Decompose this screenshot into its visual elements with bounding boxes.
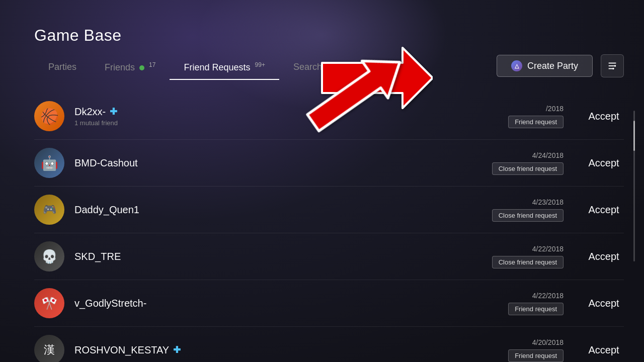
request-type-button[interactable]: Close friend request bbox=[492, 256, 564, 268]
request-type-button[interactable]: Friend request bbox=[508, 116, 564, 128]
avatar: 🎌 bbox=[34, 288, 64, 318]
avatar: 🎮 bbox=[34, 195, 64, 225]
avatar: 🏀 bbox=[34, 101, 64, 131]
username: Daddy_Quen1 bbox=[74, 204, 492, 216]
request-info: 4/22/2018 Close friend request bbox=[492, 245, 564, 268]
request-date: 4/22/2018 bbox=[532, 292, 564, 300]
tab-search[interactable]: Search bbox=[279, 56, 336, 78]
user-info: SKD_TRE bbox=[74, 251, 492, 262]
friend-request-item: 💀 SKD_TRE 4/22/2018 Close friend request… bbox=[34, 233, 624, 280]
avatar: 💀 bbox=[34, 241, 64, 272]
tab-friend-requests[interactable]: Friend Requests 99+ bbox=[170, 55, 279, 79]
user-info: v_GodlyStretch- bbox=[74, 298, 508, 309]
request-info: 4/22/2018 Friend request bbox=[508, 292, 564, 315]
request-info: 4/24/2018 Close friend request bbox=[492, 151, 564, 175]
right-controls: △ Create Party bbox=[497, 54, 624, 77]
friend-request-list: 🏀 Dk2xx- ✚ 1 mutual friend /2018 Friend … bbox=[34, 93, 624, 362]
request-type-button[interactable]: Close friend request bbox=[492, 209, 564, 222]
svg-point-3 bbox=[614, 65, 616, 67]
accept-button[interactable]: Accept bbox=[584, 251, 624, 262]
friend-request-item: 🎌 v_GodlyStretch- 4/22/2018 Friend reque… bbox=[34, 280, 624, 327]
user-info: Dk2xx- ✚ 1 mutual friend bbox=[74, 106, 508, 127]
username: v_GodlyStretch- bbox=[74, 298, 508, 309]
ps-plus-icon: ✚ bbox=[110, 106, 117, 117]
user-info: ROSHVON_KESTAY ✚ bbox=[74, 344, 508, 356]
username: BMD-Cashout bbox=[74, 157, 492, 169]
ps-plus-icon: ✚ bbox=[173, 344, 181, 355]
user-info: BMD-Cashout bbox=[74, 157, 492, 169]
tab-friends[interactable]: Friends 17 bbox=[91, 55, 170, 79]
friend-request-item: 漢 ROSHVON_KESTAY ✚ 4/20/2018 Friend requ… bbox=[34, 327, 624, 362]
avatar: 🤖 bbox=[34, 148, 64, 178]
page-title: Game Base bbox=[34, 26, 121, 45]
avatar: 漢 bbox=[34, 335, 64, 362]
request-info: /2018 Friend request bbox=[508, 105, 564, 128]
accept-button[interactable]: Accept bbox=[584, 204, 624, 216]
request-type-button[interactable]: Friend request bbox=[508, 303, 564, 315]
username: SKD_TRE bbox=[74, 251, 492, 262]
request-info: 4/23/2018 Close friend request bbox=[492, 198, 564, 222]
playstation-icon: △ bbox=[511, 60, 522, 71]
svg-point-4 bbox=[612, 68, 614, 70]
request-date: 4/23/2018 bbox=[532, 198, 564, 206]
friend-request-item: 🤖 BMD-Cashout 4/24/2018 Close friend req… bbox=[34, 140, 624, 187]
request-type-button[interactable]: Close friend request bbox=[492, 162, 564, 175]
request-date: 4/22/2018 bbox=[532, 245, 564, 253]
scrollbar-thumb bbox=[633, 121, 635, 151]
request-info: 4/20/2018 Friend request bbox=[508, 338, 564, 362]
mutual-friends: 1 mutual friend bbox=[74, 119, 508, 127]
friends-online-dot bbox=[139, 65, 144, 70]
filter-icon bbox=[607, 60, 618, 71]
nav-tabs: Parties Friends 17 Friend Requests 99+ S… bbox=[34, 55, 336, 79]
accept-button[interactable]: Accept bbox=[584, 298, 624, 309]
username: ROSHVON_KESTAY ✚ bbox=[74, 344, 508, 356]
create-party-button[interactable]: △ Create Party bbox=[497, 55, 593, 77]
accept-button[interactable]: Accept bbox=[584, 344, 624, 356]
scrollbar[interactable] bbox=[633, 111, 635, 261]
request-date: 4/20/2018 bbox=[532, 338, 564, 346]
friend-request-item: 🎮 Daddy_Quen1 4/23/2018 Close friend req… bbox=[34, 187, 624, 233]
friend-request-item: 🏀 Dk2xx- ✚ 1 mutual friend /2018 Friend … bbox=[34, 93, 624, 140]
request-type-button[interactable]: Friend request bbox=[508, 349, 564, 362]
user-info: Daddy_Quen1 bbox=[74, 204, 492, 216]
filter-button[interactable] bbox=[601, 54, 624, 77]
request-date: 4/24/2018 bbox=[532, 151, 564, 159]
friend-requests-badge: 99+ bbox=[255, 61, 265, 68]
accept-button[interactable]: Accept bbox=[584, 111, 624, 122]
username: Dk2xx- ✚ bbox=[74, 106, 508, 118]
friends-count-badge: 17 bbox=[149, 61, 155, 68]
tab-parties[interactable]: Parties bbox=[34, 56, 91, 78]
request-date: /2018 bbox=[546, 105, 564, 113]
accept-button[interactable]: Accept bbox=[584, 157, 624, 169]
